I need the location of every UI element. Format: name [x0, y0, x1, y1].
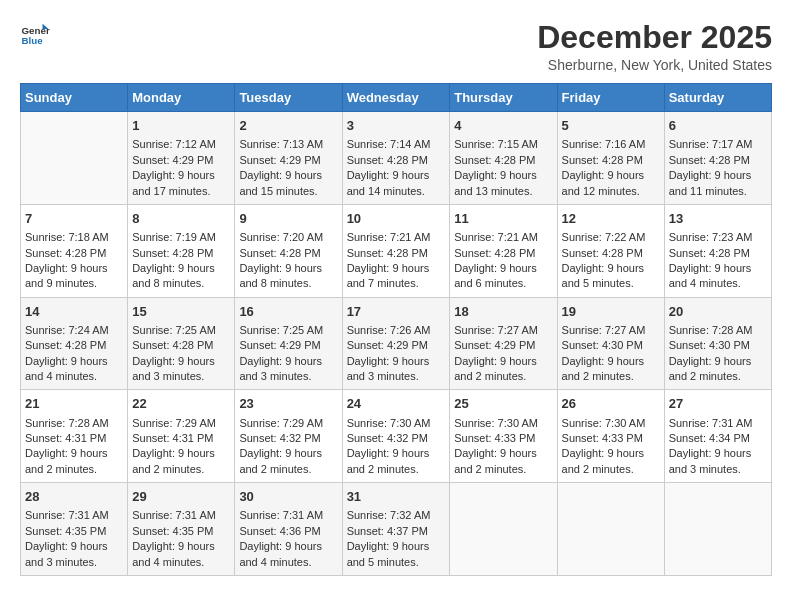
day-cell-29: 29Sunrise: 7:31 AMSunset: 4:35 PMDayligh…: [128, 483, 235, 576]
page-header: General Blue December 2025 Sherburne, Ne…: [20, 20, 772, 73]
title-block: December 2025 Sherburne, New York, Unite…: [537, 20, 772, 73]
day-number: 20: [669, 303, 767, 321]
day-cell-9: 9Sunrise: 7:20 AMSunset: 4:28 PMDaylight…: [235, 204, 342, 297]
sunrise-text: Sunrise: 7:30 AM: [454, 417, 538, 429]
sunset-text: Sunset: 4:29 PM: [239, 339, 320, 351]
day-number: 19: [562, 303, 660, 321]
sunrise-text: Sunrise: 7:12 AM: [132, 138, 216, 150]
sunset-text: Sunset: 4:33 PM: [562, 432, 643, 444]
day-cell-16: 16Sunrise: 7:25 AMSunset: 4:29 PMDayligh…: [235, 297, 342, 390]
daylight-text: Daylight: 9 hours and 4 minutes.: [25, 355, 108, 382]
header-cell-sunday: Sunday: [21, 84, 128, 112]
day-number: 9: [239, 210, 337, 228]
sunset-text: Sunset: 4:29 PM: [454, 339, 535, 351]
daylight-text: Daylight: 9 hours and 8 minutes.: [132, 262, 215, 289]
sunset-text: Sunset: 4:28 PM: [669, 247, 750, 259]
sunset-text: Sunset: 4:28 PM: [669, 154, 750, 166]
sunset-text: Sunset: 4:30 PM: [669, 339, 750, 351]
day-number: 28: [25, 488, 123, 506]
svg-text:Blue: Blue: [22, 35, 44, 46]
day-cell-6: 6Sunrise: 7:17 AMSunset: 4:28 PMDaylight…: [664, 112, 771, 205]
day-cell-15: 15Sunrise: 7:25 AMSunset: 4:28 PMDayligh…: [128, 297, 235, 390]
day-cell-7: 7Sunrise: 7:18 AMSunset: 4:28 PMDaylight…: [21, 204, 128, 297]
day-number: 16: [239, 303, 337, 321]
location: Sherburne, New York, United States: [537, 57, 772, 73]
day-number: 3: [347, 117, 446, 135]
day-cell-19: 19Sunrise: 7:27 AMSunset: 4:30 PMDayligh…: [557, 297, 664, 390]
sunrise-text: Sunrise: 7:31 AM: [25, 509, 109, 521]
day-cell-10: 10Sunrise: 7:21 AMSunset: 4:28 PMDayligh…: [342, 204, 450, 297]
sunrise-text: Sunrise: 7:30 AM: [347, 417, 431, 429]
sunrise-text: Sunrise: 7:20 AM: [239, 231, 323, 243]
calendar-table: SundayMondayTuesdayWednesdayThursdayFrid…: [20, 83, 772, 576]
sunset-text: Sunset: 4:32 PM: [347, 432, 428, 444]
sunset-text: Sunset: 4:28 PM: [25, 339, 106, 351]
daylight-text: Daylight: 9 hours and 15 minutes.: [239, 169, 322, 196]
day-cell-empty: [557, 483, 664, 576]
day-cell-22: 22Sunrise: 7:29 AMSunset: 4:31 PMDayligh…: [128, 390, 235, 483]
daylight-text: Daylight: 9 hours and 11 minutes.: [669, 169, 752, 196]
header-cell-thursday: Thursday: [450, 84, 557, 112]
day-cell-11: 11Sunrise: 7:21 AMSunset: 4:28 PMDayligh…: [450, 204, 557, 297]
day-number: 24: [347, 395, 446, 413]
sunrise-text: Sunrise: 7:31 AM: [669, 417, 753, 429]
sunrise-text: Sunrise: 7:22 AM: [562, 231, 646, 243]
sunrise-text: Sunrise: 7:17 AM: [669, 138, 753, 150]
day-cell-20: 20Sunrise: 7:28 AMSunset: 4:30 PMDayligh…: [664, 297, 771, 390]
sunrise-text: Sunrise: 7:28 AM: [25, 417, 109, 429]
sunset-text: Sunset: 4:29 PM: [239, 154, 320, 166]
header-row: SundayMondayTuesdayWednesdayThursdayFrid…: [21, 84, 772, 112]
sunrise-text: Sunrise: 7:18 AM: [25, 231, 109, 243]
day-cell-30: 30Sunrise: 7:31 AMSunset: 4:36 PMDayligh…: [235, 483, 342, 576]
day-number: 12: [562, 210, 660, 228]
week-row-1: 7Sunrise: 7:18 AMSunset: 4:28 PMDaylight…: [21, 204, 772, 297]
day-cell-18: 18Sunrise: 7:27 AMSunset: 4:29 PMDayligh…: [450, 297, 557, 390]
daylight-text: Daylight: 9 hours and 8 minutes.: [239, 262, 322, 289]
sunset-text: Sunset: 4:31 PM: [25, 432, 106, 444]
daylight-text: Daylight: 9 hours and 13 minutes.: [454, 169, 537, 196]
daylight-text: Daylight: 9 hours and 2 minutes.: [347, 447, 430, 474]
day-cell-4: 4Sunrise: 7:15 AMSunset: 4:28 PMDaylight…: [450, 112, 557, 205]
day-cell-13: 13Sunrise: 7:23 AMSunset: 4:28 PMDayligh…: [664, 204, 771, 297]
day-cell-27: 27Sunrise: 7:31 AMSunset: 4:34 PMDayligh…: [664, 390, 771, 483]
sunset-text: Sunset: 4:28 PM: [25, 247, 106, 259]
sunrise-text: Sunrise: 7:15 AM: [454, 138, 538, 150]
sunrise-text: Sunrise: 7:16 AM: [562, 138, 646, 150]
day-cell-17: 17Sunrise: 7:26 AMSunset: 4:29 PMDayligh…: [342, 297, 450, 390]
day-number: 1: [132, 117, 230, 135]
sunset-text: Sunset: 4:35 PM: [25, 525, 106, 537]
day-number: 17: [347, 303, 446, 321]
daylight-text: Daylight: 9 hours and 3 minutes.: [132, 355, 215, 382]
day-cell-empty: [664, 483, 771, 576]
daylight-text: Daylight: 9 hours and 7 minutes.: [347, 262, 430, 289]
sunset-text: Sunset: 4:28 PM: [454, 247, 535, 259]
sunset-text: Sunset: 4:28 PM: [562, 247, 643, 259]
day-number: 21: [25, 395, 123, 413]
sunrise-text: Sunrise: 7:19 AM: [132, 231, 216, 243]
week-row-3: 21Sunrise: 7:28 AMSunset: 4:31 PMDayligh…: [21, 390, 772, 483]
day-cell-24: 24Sunrise: 7:30 AMSunset: 4:32 PMDayligh…: [342, 390, 450, 483]
daylight-text: Daylight: 9 hours and 12 minutes.: [562, 169, 645, 196]
daylight-text: Daylight: 9 hours and 3 minutes.: [25, 540, 108, 567]
sunrise-text: Sunrise: 7:25 AM: [239, 324, 323, 336]
day-cell-5: 5Sunrise: 7:16 AMSunset: 4:28 PMDaylight…: [557, 112, 664, 205]
day-number: 18: [454, 303, 552, 321]
daylight-text: Daylight: 9 hours and 2 minutes.: [562, 355, 645, 382]
sunrise-text: Sunrise: 7:31 AM: [239, 509, 323, 521]
day-cell-empty: [450, 483, 557, 576]
sunrise-text: Sunrise: 7:29 AM: [132, 417, 216, 429]
daylight-text: Daylight: 9 hours and 6 minutes.: [454, 262, 537, 289]
day-number: 23: [239, 395, 337, 413]
daylight-text: Daylight: 9 hours and 2 minutes.: [454, 447, 537, 474]
sunset-text: Sunset: 4:28 PM: [454, 154, 535, 166]
daylight-text: Daylight: 9 hours and 2 minutes.: [239, 447, 322, 474]
day-number: 5: [562, 117, 660, 135]
week-row-2: 14Sunrise: 7:24 AMSunset: 4:28 PMDayligh…: [21, 297, 772, 390]
sunset-text: Sunset: 4:37 PM: [347, 525, 428, 537]
daylight-text: Daylight: 9 hours and 2 minutes.: [669, 355, 752, 382]
day-number: 14: [25, 303, 123, 321]
sunrise-text: Sunrise: 7:21 AM: [347, 231, 431, 243]
sunset-text: Sunset: 4:28 PM: [132, 339, 213, 351]
sunrise-text: Sunrise: 7:24 AM: [25, 324, 109, 336]
day-cell-14: 14Sunrise: 7:24 AMSunset: 4:28 PMDayligh…: [21, 297, 128, 390]
